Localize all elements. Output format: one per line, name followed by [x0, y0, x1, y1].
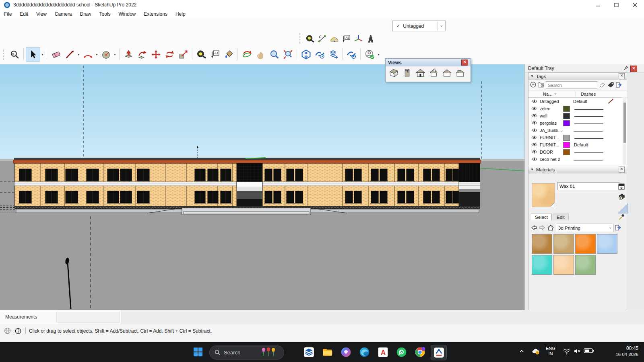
search-tool-icon[interactable]: [8, 47, 21, 61]
eraser-tool-icon[interactable]: [49, 47, 63, 61]
taskbar-app-chrome[interactable]: [412, 345, 427, 360]
taskbar-search[interactable]: Search: [209, 346, 284, 360]
tags-search-input[interactable]: [546, 81, 597, 89]
taskbar-app-copilot[interactable]: [338, 345, 353, 360]
views-close-button[interactable]: ✕: [461, 60, 468, 66]
visibility-eye-icon[interactable]: [528, 99, 537, 104]
tag-row[interactable]: FURNIT... Default: [528, 141, 627, 148]
select-dropdown-caret[interactable]: ▾: [40, 47, 45, 61]
tag-row[interactable]: DOOR: [528, 148, 627, 156]
tag-color-swatch[interactable]: [563, 113, 570, 119]
protractor-tool-icon[interactable]: [328, 33, 340, 45]
scale-tool-icon[interactable]: [176, 47, 190, 61]
tag-dashes[interactable]: [574, 121, 609, 125]
tab-select[interactable]: Select: [531, 214, 552, 220]
share-component-tool-icon[interactable]: [326, 47, 340, 61]
follow-me-tool-icon[interactable]: [135, 47, 149, 61]
tag-row[interactable]: zelen: [528, 105, 627, 112]
line-tool-icon[interactable]: [63, 47, 76, 61]
menu-extensions[interactable]: Extensions: [140, 10, 171, 18]
taskbar-app-sketchup-active[interactable]: [431, 345, 447, 360]
tag-dashes[interactable]: [574, 150, 609, 154]
tag-color-swatch[interactable]: [563, 135, 570, 141]
sample-paint-icon[interactable]: [618, 203, 628, 214]
language-indicator[interactable]: ENGIN: [546, 346, 555, 356]
view-iso-button[interactable]: [389, 68, 399, 80]
tab-edit[interactable]: Edit: [553, 214, 569, 220]
sign-in-dropdown-caret[interactable]: ▾: [376, 47, 381, 61]
viewport-3d[interactable]: [0, 64, 524, 310]
select-tool-icon[interactable]: [26, 47, 40, 62]
visibility-eye-icon[interactable]: [528, 135, 537, 140]
view-back-button[interactable]: [442, 68, 452, 80]
tag-color-swatch[interactable]: [563, 120, 570, 126]
collection-details-icon[interactable]: [615, 225, 621, 231]
tag-dashes[interactable]: [574, 106, 609, 111]
view-top-button[interactable]: [402, 68, 412, 80]
material-orange[interactable]: [575, 234, 596, 254]
forward-button[interactable]: [539, 225, 545, 231]
create-material-button[interactable]: [618, 193, 626, 201]
view-right-button[interactable]: [429, 68, 439, 80]
tags-column-header[interactable]: Na... ˅ Dashes: [528, 90, 627, 98]
tag-dashes[interactable]: Default: [574, 142, 609, 147]
tag-row[interactable]: FURNIT...: [528, 134, 627, 141]
visibility-eye-icon[interactable]: [528, 157, 537, 162]
extension-warehouse-tool-icon[interactable]: [345, 47, 358, 61]
tag-color-swatch[interactable]: [563, 142, 570, 148]
visibility-eye-icon[interactable]: [528, 150, 537, 155]
menu-tools[interactable]: Tools: [95, 10, 115, 18]
geolocation-icon[interactable]: [4, 327, 11, 336]
tray-close-button[interactable]: ✕: [630, 66, 637, 72]
menu-file[interactable]: File: [0, 10, 16, 18]
measurements-value-field[interactable]: [56, 312, 120, 323]
battery-icon[interactable]: [584, 348, 594, 355]
rotate-tool-icon[interactable]: [163, 47, 176, 61]
visibility-eye-icon[interactable]: [528, 106, 537, 111]
tag-color-swatch[interactable]: [563, 149, 570, 155]
circle-dropdown-caret[interactable]: ▾: [113, 47, 117, 61]
material-light-blue[interactable]: [597, 234, 617, 254]
edit-pencil-icon[interactable]: [608, 98, 614, 105]
clock[interactable]: 00:45 16-04-2026: [616, 346, 638, 358]
tag-row[interactable]: Untagged Default: [528, 98, 627, 105]
visibility-eye-icon[interactable]: [528, 113, 537, 119]
active-tag-dropdown[interactable]: ✓ Untagged ˅: [392, 21, 446, 31]
material-green[interactable]: [575, 255, 596, 275]
tag-dashes[interactable]: [573, 157, 608, 162]
visibility-eye-icon[interactable]: [528, 142, 537, 148]
tag-dashes[interactable]: [573, 128, 608, 133]
pan-tool-icon[interactable]: [254, 47, 267, 61]
text-tool-icon[interactable]: A1: [208, 47, 222, 61]
menu-draw[interactable]: Draw: [76, 10, 95, 18]
tags-panel-header[interactable]: ▼ Tags ✕: [528, 73, 627, 80]
pin-icon[interactable]: [623, 66, 628, 72]
axes-tool-icon[interactable]: [352, 33, 364, 45]
paint-bucket-tool-icon[interactable]: [222, 47, 235, 61]
line-dropdown-caret[interactable]: ▾: [76, 47, 81, 61]
wifi-icon[interactable]: [563, 347, 571, 356]
material-name-input[interactable]: [557, 182, 620, 190]
material-brown[interactable]: [532, 234, 552, 254]
material-preview[interactable]: [532, 183, 555, 207]
menu-window[interactable]: Window: [115, 10, 140, 18]
text-tool-icon[interactable]: A1: [340, 33, 352, 45]
tape-measure-tool-icon[interactable]: [194, 47, 208, 61]
back-button[interactable]: [531, 225, 537, 231]
arc-dropdown-caret[interactable]: ▾: [95, 47, 99, 61]
tag-details-icon[interactable]: [616, 82, 622, 88]
tag-color-swatch[interactable]: [563, 106, 570, 112]
menu-view[interactable]: View: [32, 10, 51, 18]
view-front-button[interactable]: [415, 68, 425, 80]
start-button[interactable]: [192, 346, 204, 358]
tape-measure-tool-icon[interactable]: [304, 33, 316, 45]
tag-dashes[interactable]: Default: [573, 99, 608, 104]
material-tan[interactable]: [553, 234, 574, 254]
toolbar-grip[interactable]: [3, 49, 6, 60]
material-turquoise[interactable]: [532, 255, 552, 275]
tags-scrollbar[interactable]: [623, 97, 626, 165]
rename-tag-icon[interactable]: [599, 82, 606, 88]
eyedropper-icon[interactable]: [618, 214, 626, 222]
tag-row[interactable]: wall: [528, 112, 627, 119]
zoom-tool-icon[interactable]: [267, 47, 281, 61]
